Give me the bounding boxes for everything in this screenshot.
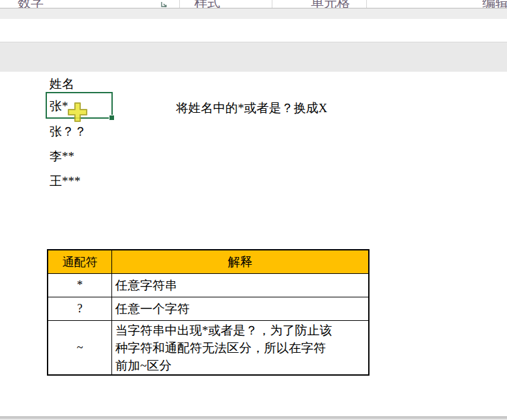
wildcard-row-asterisk: * 任意字符串 — [48, 274, 368, 297]
cell-J5[interactable]: 王*** — [50, 173, 81, 190]
column-header-band: I J K L M N O P — [0, 42, 507, 72]
wildcard-header-explanation[interactable]: 解释 — [112, 250, 368, 273]
fill-handle[interactable] — [109, 115, 115, 121]
wildcard-symbol-cell[interactable]: * — [48, 274, 112, 297]
cell-note-instruction[interactable]: 将姓名中的*或者是？换成X — [176, 100, 327, 117]
ribbon-group-styles: 样式 — [194, 0, 220, 8]
ribbon-group-number: 数字 — [18, 0, 44, 8]
ribbon-lower-band — [0, 8, 507, 19]
ribbon-group-cells-label: 单元格 — [311, 0, 350, 8]
wildcard-header-symbol[interactable]: 通配符 — [48, 250, 112, 273]
wildcard-explanation-cell[interactable]: 当字符串中出现*或者是？，为了防止该 种字符和通配符无法区分，所以在字符 前加~… — [112, 321, 368, 374]
ribbon-separator — [179, 0, 180, 8]
wildcard-explanation-cell[interactable]: 任意字符串 — [112, 274, 368, 297]
ribbon-separator — [272, 0, 272, 8]
explanation-line: 当字符串中出现*或者是？，为了防止该 — [115, 322, 368, 339]
explanation-line: 任意字符串 — [115, 277, 368, 294]
wildcard-table: 通配符 解释 * 任意字符串 ? 任意一个字符 ~ 当字符串中出现*或者是？，为… — [47, 249, 369, 376]
ribbon-bottom-strip: 数字 样式 单元格 编辑 — [0, 0, 507, 8]
wildcard-explanation-cell[interactable]: 任意一个字符 — [112, 297, 368, 320]
ribbon-group-number-label: 数字 — [18, 0, 44, 8]
wildcard-symbol-cell[interactable]: ~ — [48, 321, 112, 374]
cell-J1-name-header[interactable]: 姓名 — [50, 76, 74, 93]
cell-J4[interactable]: 李** — [50, 148, 74, 165]
ribbon-group-editing: 编辑 — [482, 0, 507, 8]
wildcard-symbol-cell[interactable]: ? — [48, 297, 112, 320]
wildcard-row-question: ? 任意一个字符 — [48, 297, 368, 321]
wildcard-row-tilde: ~ 当字符串中出现*或者是？，为了防止该 种字符和通配符无法区分，所以在字符 前… — [48, 321, 368, 374]
explanation-line: 前加~区分 — [115, 357, 368, 374]
formula-bar-area — [0, 19, 507, 42]
dialog-launcher-icon[interactable] — [160, 0, 169, 7]
ribbon-group-cells: 单元格 — [311, 0, 350, 8]
explanation-line: 种字符和通配符无法区分，所以在字符 — [115, 339, 368, 357]
ribbon-group-styles-label: 样式 — [194, 0, 220, 8]
ribbon-group-editing-label: 编辑 — [482, 0, 507, 8]
wildcard-table-header-row: 通配符 解释 — [48, 250, 368, 274]
cell-J3[interactable]: 张？？ — [50, 123, 87, 140]
ribbon-separator — [366, 0, 367, 8]
selection-border — [46, 92, 113, 119]
explanation-line: 任意一个字符 — [115, 300, 368, 318]
excel-window: { "ribbon": { "groups": [ {"label": "数字"… — [0, 0, 507, 420]
